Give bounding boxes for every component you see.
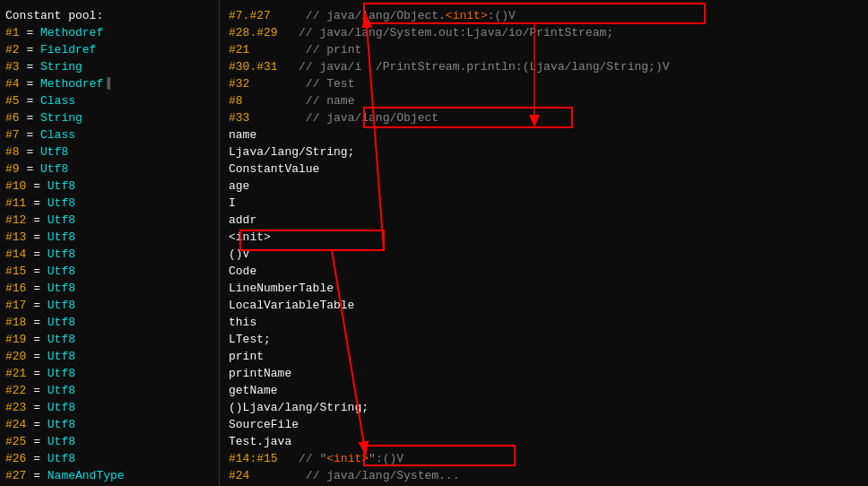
list-item: #3 = String <box>5 58 213 75</box>
right-line-25: SourceFile <box>229 416 859 433</box>
right-line-21: print <box>229 348 859 365</box>
constant-pool-header: Constant pool: <box>5 7 213 24</box>
list-item: #5 = Class <box>5 92 213 109</box>
list-item: #11 = Utf8 <box>5 195 213 212</box>
list-item: #21 = Utf8 <box>5 365 213 382</box>
right-line-27: #14:#15 // "<init>":()V <box>229 450 859 467</box>
list-item: #20 = Utf8 <box>5 348 213 365</box>
list-item: #22 = Utf8 <box>5 382 213 399</box>
right-line-22: printName <box>229 365 859 382</box>
list-item: #18 = Utf8 <box>5 314 213 331</box>
right-line-19: this <box>229 314 859 331</box>
right-line-15: ()V <box>229 246 859 263</box>
list-item: #13 = Utf8 <box>5 229 213 246</box>
list-item: #15 = Utf8 <box>5 263 213 280</box>
right-line-5: #32 // Test <box>229 75 859 92</box>
right-line-4: #30.#31 // java/i /PrintStream.println:(… <box>229 58 859 75</box>
right-line-6: #8 // name <box>229 92 859 109</box>
right-line-3: #21 // print <box>229 41 859 58</box>
list-item: #7 = Class <box>5 126 213 143</box>
list-item: #10 = Utf8 <box>5 178 213 195</box>
list-item: #26 = Utf8 <box>5 450 213 467</box>
code-container: Constant pool: #1 = Methodref #2 = Field… <box>0 0 868 486</box>
list-item: #1 = Methodref <box>5 24 213 41</box>
right-line-23: getName <box>229 382 859 399</box>
right-line-16: Code <box>229 263 859 280</box>
right-line-8: name <box>229 126 859 143</box>
right-line-11: age <box>229 178 859 195</box>
list-item: #9 = Utf8 <box>5 161 213 178</box>
list-item: #27 = NameAndType <box>5 467 213 484</box>
left-panel: Constant pool: #1 = Methodref #2 = Field… <box>0 0 220 486</box>
right-panel: #7.#27 // java/lang/Object.<init>:()V #2… <box>220 0 868 486</box>
list-item: #25 = Utf8 <box>5 433 213 450</box>
right-line-26: Test.java <box>229 433 859 450</box>
list-item: #12 = Utf8 <box>5 212 213 229</box>
list-item: #6 = String <box>5 109 213 126</box>
list-item: #19 = Utf8 <box>5 331 213 348</box>
right-line-28: #24 // java/lang/System... <box>229 467 859 484</box>
right-line-9: Ljava/lang/String; <box>229 143 859 161</box>
list-item: #23 = Utf8 <box>5 399 213 416</box>
list-item: #4 = Methodref▌ <box>5 75 213 92</box>
list-item: #8 = Utf8 <box>5 143 213 161</box>
right-line-2: #28.#29 // java/lang/System.out:Ljava/io… <box>229 24 859 41</box>
right-line-7: #33 // java/lang/Object <box>229 109 859 126</box>
right-line-1: #7.#27 // java/lang/Object.<init>:()V <box>229 7 859 24</box>
right-line-24: ()Ljava/lang/String; <box>229 399 859 416</box>
list-item: #24 = Utf8 <box>5 416 213 433</box>
right-line-14: <init> <box>229 229 859 246</box>
list-item: #14 = Utf8 <box>5 246 213 263</box>
right-line-13: addr <box>229 212 859 229</box>
list-item: #16 = Utf8 <box>5 280 213 297</box>
right-line-18: LocalVariableTable <box>229 297 859 314</box>
right-line-10: ConstantValue <box>229 161 859 178</box>
right-line-17: LineNumberTable <box>229 280 859 297</box>
right-line-12: I <box>229 195 859 212</box>
list-item: #2 = Fieldref <box>5 41 213 58</box>
list-item: #17 = Utf8 <box>5 297 213 314</box>
right-line-20: LTest; <box>229 331 859 348</box>
